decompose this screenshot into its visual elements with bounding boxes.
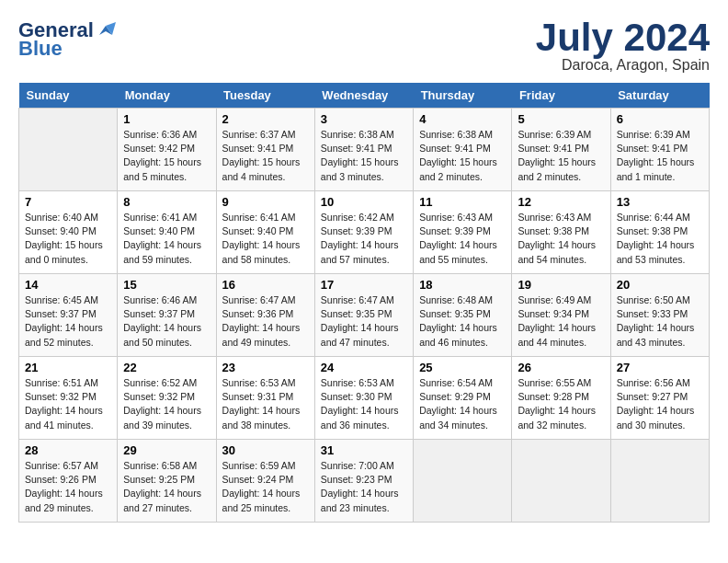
day-info: Sunrise: 6:48 AMSunset: 9:35 PMDaylight:…: [419, 293, 506, 350]
day-number: 21: [25, 361, 111, 374]
day-info: Sunrise: 6:51 AMSunset: 9:32 PMDaylight:…: [25, 376, 111, 432]
day-number: 29: [123, 443, 210, 457]
day-info: Sunrise: 6:45 AMSunset: 9:37 PMDaylight:…: [25, 293, 111, 350]
day-number: 14: [25, 278, 111, 292]
calendar-cell: 25Sunrise: 6:54 AMSunset: 9:29 PMDayligh…: [414, 357, 512, 440]
calendar-cell: 2Sunrise: 6:37 AMSunset: 9:41 PMDaylight…: [216, 109, 314, 191]
day-info: Sunrise: 6:39 AMSunset: 9:41 PMDaylight:…: [518, 128, 604, 184]
day-number: 11: [419, 195, 506, 209]
calendar-cell: 15Sunrise: 6:46 AMSunset: 9:37 PMDayligh…: [118, 274, 216, 357]
day-number: 25: [419, 361, 506, 374]
calendar-cell: 28Sunrise: 6:57 AMSunset: 9:26 PMDayligh…: [19, 440, 118, 523]
day-info: Sunrise: 6:38 AMSunset: 9:41 PMDaylight:…: [419, 128, 506, 184]
day-info: Sunrise: 6:43 AMSunset: 9:38 PMDaylight:…: [518, 211, 604, 267]
week-row-3: 14Sunrise: 6:45 AMSunset: 9:37 PMDayligh…: [19, 274, 710, 357]
calendar-cell: 6Sunrise: 6:39 AMSunset: 9:41 PMDaylight…: [610, 109, 709, 191]
day-number: 9: [222, 195, 309, 209]
day-info: Sunrise: 6:53 AMSunset: 9:30 PMDaylight:…: [321, 376, 407, 432]
header-friday: Friday: [512, 83, 610, 109]
day-info: Sunrise: 6:47 AMSunset: 9:36 PMDaylight:…: [222, 293, 309, 350]
day-number: 7: [25, 195, 111, 209]
day-info: Sunrise: 6:47 AMSunset: 9:35 PMDaylight:…: [321, 293, 407, 350]
header-wednesday: Wednesday: [314, 83, 413, 109]
calendar-cell: 9Sunrise: 6:41 AMSunset: 9:40 PMDaylight…: [216, 191, 314, 274]
day-info: Sunrise: 6:55 AMSunset: 9:28 PMDaylight:…: [518, 376, 604, 432]
calendar-cell: 10Sunrise: 6:42 AMSunset: 9:39 PMDayligh…: [314, 191, 413, 274]
day-info: Sunrise: 6:40 AMSunset: 9:40 PMDaylight:…: [25, 211, 111, 267]
logo-text-blue: Blue: [18, 37, 63, 61]
day-number: 2: [222, 112, 309, 126]
calendar-cell: 20Sunrise: 6:50 AMSunset: 9:33 PMDayligh…: [610, 274, 709, 357]
calendar-cell: 26Sunrise: 6:55 AMSunset: 9:28 PMDayligh…: [512, 357, 610, 440]
calendar-cell: 5Sunrise: 6:39 AMSunset: 9:41 PMDaylight…: [512, 109, 610, 191]
day-number: 18: [419, 278, 506, 292]
day-number: 13: [617, 195, 703, 209]
day-number: 8: [123, 195, 210, 209]
calendar-cell: 21Sunrise: 6:51 AMSunset: 9:32 PMDayligh…: [19, 357, 118, 440]
month-title: July 2024: [536, 18, 710, 57]
week-row-1: 1Sunrise: 6:36 AMSunset: 9:42 PMDaylight…: [19, 109, 710, 191]
day-info: Sunrise: 6:46 AMSunset: 9:37 PMDaylight:…: [123, 293, 210, 350]
header-monday: Monday: [118, 83, 216, 109]
calendar-table: SundayMondayTuesdayWednesdayThursdayFrid…: [18, 83, 710, 523]
day-number: 23: [222, 361, 309, 374]
calendar-cell: 14Sunrise: 6:45 AMSunset: 9:37 PMDayligh…: [19, 274, 118, 357]
day-info: Sunrise: 6:42 AMSunset: 9:39 PMDaylight:…: [321, 211, 407, 267]
calendar-cell: 24Sunrise: 6:53 AMSunset: 9:30 PMDayligh…: [314, 357, 413, 440]
day-number: 15: [123, 278, 210, 292]
location-title: Daroca, Aragon, Spain: [536, 57, 710, 74]
calendar-cell: 17Sunrise: 6:47 AMSunset: 9:35 PMDayligh…: [314, 274, 413, 357]
day-info: Sunrise: 6:43 AMSunset: 9:39 PMDaylight:…: [419, 211, 506, 267]
day-info: Sunrise: 6:52 AMSunset: 9:32 PMDaylight:…: [123, 376, 210, 432]
day-number: 10: [321, 195, 407, 209]
calendar-cell: [414, 440, 512, 523]
day-number: 27: [617, 361, 703, 374]
calendar-cell: 12Sunrise: 6:43 AMSunset: 9:38 PMDayligh…: [512, 191, 610, 274]
calendar-cell: [610, 440, 709, 523]
day-number: 17: [321, 278, 407, 292]
day-number: 6: [617, 112, 703, 126]
day-number: 26: [518, 361, 604, 374]
day-info: Sunrise: 6:57 AMSunset: 9:26 PMDaylight:…: [25, 459, 111, 515]
calendar-cell: 16Sunrise: 6:47 AMSunset: 9:36 PMDayligh…: [216, 274, 314, 357]
day-number: 22: [123, 361, 210, 374]
page-header: General Blue July 2024 Daroca, Aragon, S…: [18, 18, 710, 74]
day-number: 31: [321, 443, 407, 457]
logo-bird-icon: [96, 22, 116, 39]
day-info: Sunrise: 6:37 AMSunset: 9:41 PMDaylight:…: [222, 128, 309, 184]
calendar-cell: [512, 440, 610, 523]
day-info: Sunrise: 6:56 AMSunset: 9:27 PMDaylight:…: [617, 376, 703, 432]
calendar-cell: 4Sunrise: 6:38 AMSunset: 9:41 PMDaylight…: [414, 109, 512, 191]
header-tuesday: Tuesday: [216, 83, 314, 109]
day-number: 1: [123, 112, 210, 126]
calendar-cell: 7Sunrise: 6:40 AMSunset: 9:40 PMDaylight…: [19, 191, 118, 274]
day-number: 5: [518, 112, 604, 126]
calendar-cell: 27Sunrise: 6:56 AMSunset: 9:27 PMDayligh…: [610, 357, 709, 440]
calendar-cell: 29Sunrise: 6:58 AMSunset: 9:25 PMDayligh…: [118, 440, 216, 523]
week-row-2: 7Sunrise: 6:40 AMSunset: 9:40 PMDaylight…: [19, 191, 710, 274]
header-sunday: Sunday: [19, 83, 118, 109]
day-info: Sunrise: 6:41 AMSunset: 9:40 PMDaylight:…: [222, 211, 309, 267]
calendar-cell: 1Sunrise: 6:36 AMSunset: 9:42 PMDaylight…: [118, 109, 216, 191]
day-number: 16: [222, 278, 309, 292]
day-info: Sunrise: 6:36 AMSunset: 9:42 PMDaylight:…: [123, 128, 210, 184]
day-number: 3: [321, 112, 407, 126]
calendar-cell: [19, 109, 118, 191]
day-number: 20: [617, 278, 703, 292]
calendar-cell: 19Sunrise: 6:49 AMSunset: 9:34 PMDayligh…: [512, 274, 610, 357]
day-number: 4: [419, 112, 506, 126]
day-number: 19: [518, 278, 604, 292]
title-section: July 2024 Daroca, Aragon, Spain: [536, 18, 710, 74]
day-number: 30: [222, 443, 309, 457]
day-info: Sunrise: 6:49 AMSunset: 9:34 PMDaylight:…: [518, 293, 604, 350]
calendar-cell: 22Sunrise: 6:52 AMSunset: 9:32 PMDayligh…: [118, 357, 216, 440]
day-info: Sunrise: 6:53 AMSunset: 9:31 PMDaylight:…: [222, 376, 309, 432]
week-row-5: 28Sunrise: 6:57 AMSunset: 9:26 PMDayligh…: [19, 440, 710, 523]
day-info: Sunrise: 6:50 AMSunset: 9:33 PMDaylight:…: [617, 293, 703, 350]
calendar-cell: 8Sunrise: 6:41 AMSunset: 9:40 PMDaylight…: [118, 191, 216, 274]
day-info: Sunrise: 6:41 AMSunset: 9:40 PMDaylight:…: [123, 211, 210, 267]
calendar-cell: 11Sunrise: 6:43 AMSunset: 9:39 PMDayligh…: [414, 191, 512, 274]
day-info: Sunrise: 6:38 AMSunset: 9:41 PMDaylight:…: [321, 128, 407, 184]
calendar-header-row: SundayMondayTuesdayWednesdayThursdayFrid…: [19, 83, 710, 109]
calendar-cell: 23Sunrise: 6:53 AMSunset: 9:31 PMDayligh…: [216, 357, 314, 440]
